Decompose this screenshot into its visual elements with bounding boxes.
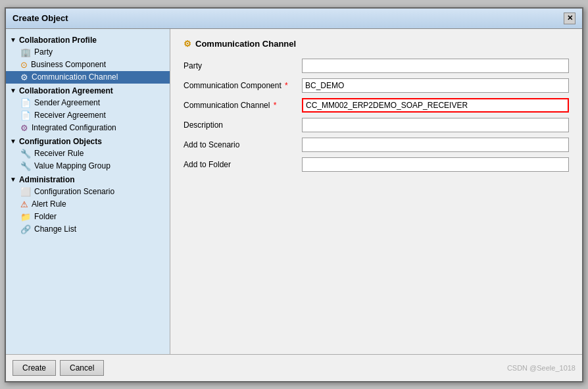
create-object-dialog: Create Object ✕ ▼Collaboration Profile🏢P… (5, 7, 583, 382)
input-communication-channel[interactable] (302, 98, 569, 113)
label-description: Description (184, 120, 302, 130)
footer: Create Cancel CSDN @Seele_1018 (6, 354, 582, 381)
tree-item-receiver-rule[interactable]: 🔧Receiver Rule (6, 147, 170, 160)
tree-section-collaboration-profile: ▼Collaboration Profile🏢Party⊙Business Co… (6, 34, 170, 84)
value-mapping-group-label: Value Mapping Group (34, 161, 110, 170)
tree-item-folder[interactable]: 📁Folder (6, 211, 170, 223)
alert-rule-icon: ⚠ (20, 199, 28, 209)
form-row-description: Description (184, 118, 569, 132)
business-component-label: Business Component (31, 60, 106, 69)
input-description[interactable] (302, 118, 569, 132)
party-label: Party (34, 47, 53, 57)
tree-section-collaboration-agreement: ▼Collaboration Agreement📄Sender Agreemen… (6, 85, 170, 134)
receiver-agreement-icon: 📄 (20, 111, 31, 120)
tree-item-integrated-configuration[interactable]: ⚙Integrated Configuration (6, 122, 170, 134)
cancel-button[interactable]: Cancel (60, 360, 104, 376)
right-panel-title: ⚙Communication Channel (184, 39, 569, 49)
sender-agreement-icon: 📄 (20, 98, 31, 108)
form-row-communication-component: Communication Component * (184, 78, 569, 93)
right-panel: ⚙Communication ChannelPartyCommunication… (170, 29, 582, 354)
tree-item-alert-rule[interactable]: ⚠Alert Rule (6, 198, 170, 211)
tree-item-communication-channel[interactable]: ⚙Communication Channel (6, 71, 170, 84)
arrow-icon: ▼ (10, 87, 16, 94)
change-list-label: Change List (34, 224, 76, 234)
required-indicator: * (283, 81, 288, 90)
label-add-to-scenario: Add to Scenario (184, 140, 302, 149)
tree-item-business-component[interactable]: ⊙Business Component (6, 59, 170, 71)
tree-item-receiver-agreement[interactable]: 📄Receiver Agreement (6, 109, 170, 122)
form-row-communication-channel: Communication Channel * (184, 98, 569, 113)
form-row-party: Party (184, 59, 569, 73)
integrated-configuration-label: Integrated Configuration (32, 123, 116, 132)
folder-icon: 📁 (20, 212, 31, 222)
tree-section-configuration-objects: ▼Configuration Objects🔧Receiver Rule🔧Val… (6, 136, 170, 172)
tree-section-header-collaboration-agreement[interactable]: ▼Collaboration Agreement (6, 85, 170, 97)
value-mapping-group-icon: 🔧 (20, 161, 31, 171)
configuration-scenario-icon: ⬜ (20, 187, 31, 197)
input-communication-component[interactable] (302, 78, 569, 93)
input-add-to-scenario[interactable] (302, 138, 569, 152)
required-indicator: * (271, 101, 276, 110)
tree-section-header-administration[interactable]: ▼Administration (6, 174, 170, 186)
folder-label: Folder (34, 212, 57, 221)
receiver-rule-label: Receiver Rule (34, 149, 84, 158)
label-party: Party (184, 61, 302, 70)
change-list-icon: 🔗 (20, 224, 31, 234)
section-label: Collaboration Agreement (19, 86, 113, 95)
tree-item-party[interactable]: 🏢Party (6, 46, 170, 59)
label-communication-channel: Communication Channel * (184, 101, 302, 110)
label-add-to-folder: Add to Folder (184, 160, 302, 169)
create-button[interactable]: Create (12, 360, 56, 376)
dialog-body: ▼Collaboration Profile🏢Party⊙Business Co… (6, 29, 582, 354)
tree-item-change-list[interactable]: 🔗Change List (6, 223, 170, 236)
section-label: Configuration Objects (19, 137, 102, 146)
title-bar: Create Object ✕ (6, 9, 582, 29)
business-component-icon: ⊙ (20, 60, 28, 70)
footer-buttons: Create Cancel (12, 360, 104, 376)
tree-item-value-mapping-group[interactable]: 🔧Value Mapping Group (6, 160, 170, 172)
tree-item-configuration-scenario[interactable]: ⬜Configuration Scenario (6, 186, 170, 198)
channel-icon: ⚙ (184, 39, 191, 49)
alert-rule-label: Alert Rule (32, 199, 66, 209)
right-panel-title-text: Communication Channel (195, 39, 296, 49)
configuration-scenario-label: Configuration Scenario (34, 187, 114, 196)
close-button[interactable]: ✕ (564, 13, 576, 24)
communication-channel-label: Communication Channel (32, 72, 118, 82)
left-panel: ▼Collaboration Profile🏢Party⊙Business Co… (6, 29, 170, 354)
watermark: CSDN @Seele_1018 (507, 364, 576, 372)
integrated-configuration-icon: ⚙ (20, 123, 28, 133)
receiver-agreement-label: Receiver Agreement (34, 111, 106, 120)
arrow-icon: ▼ (10, 138, 16, 145)
form-row-add-to-folder: Add to Folder (184, 157, 569, 172)
communication-channel-icon: ⚙ (20, 72, 28, 82)
dialog-title: Create Object (12, 13, 68, 23)
party-icon: 🏢 (20, 47, 31, 57)
label-communication-component: Communication Component * (184, 81, 302, 90)
section-label: Administration (19, 175, 75, 184)
receiver-rule-icon: 🔧 (20, 149, 31, 159)
section-label: Collaboration Profile (19, 36, 97, 45)
tree-section-header-configuration-objects[interactable]: ▼Configuration Objects (6, 136, 170, 147)
input-party[interactable] (302, 59, 569, 73)
sender-agreement-label: Sender Agreement (34, 98, 100, 107)
arrow-icon: ▼ (10, 176, 16, 183)
tree-item-sender-agreement[interactable]: 📄Sender Agreement (6, 97, 170, 109)
tree-section-administration: ▼Administration⬜Configuration Scenario⚠A… (6, 174, 170, 236)
tree-section-header-collaboration-profile[interactable]: ▼Collaboration Profile (6, 34, 170, 46)
arrow-icon: ▼ (10, 36, 16, 43)
input-add-to-folder[interactable] (302, 157, 569, 172)
form-row-add-to-scenario: Add to Scenario (184, 138, 569, 152)
